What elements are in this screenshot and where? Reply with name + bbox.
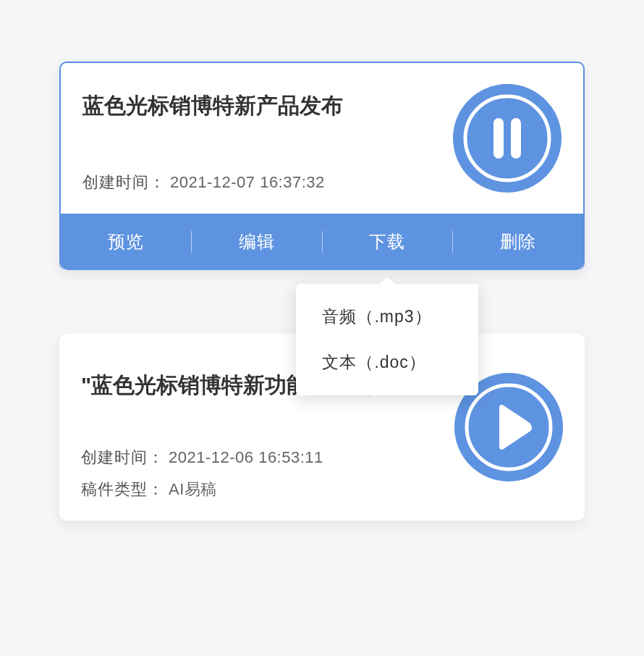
created-time-label: 创建时间： <box>82 172 166 193</box>
download-mp3-option[interactable]: 音频（.mp3） <box>296 294 478 340</box>
action-bar: 预览 编辑 下载 音频（.mp3） 文本（.doc） 删除 <box>61 214 583 270</box>
pause-button[interactable] <box>453 84 562 193</box>
svg-rect-2 <box>511 118 521 159</box>
created-time-label: 创建时间： <box>81 447 164 468</box>
download-button[interactable]: 下载 音频（.mp3） 文本（.doc） <box>323 230 453 253</box>
doc-type-label: 稿件类型： <box>81 479 164 500</box>
svg-point-0 <box>465 96 549 180</box>
created-time-value: 2021-12-06 16:53:11 <box>169 448 323 467</box>
pause-icon <box>453 84 562 193</box>
svg-rect-1 <box>493 118 504 159</box>
card-body: 蓝色光标销博特新产品发布 创建时间： 2021-12-07 16:37:32 <box>61 63 583 214</box>
created-time-value: 2021-12-07 16:37:32 <box>170 173 325 192</box>
card-title: 蓝色光标销博特新产品发布 <box>82 91 444 121</box>
doc-type-line: 稿件类型： AI易稿 <box>81 479 563 500</box>
download-doc-option[interactable]: 文本（.doc） <box>296 340 478 385</box>
delete-button[interactable]: 删除 <box>453 230 583 253</box>
download-button-label: 下载 <box>369 232 405 251</box>
preview-button[interactable]: 预览 <box>61 230 191 253</box>
edit-button[interactable]: 编辑 <box>192 230 322 253</box>
doc-type-value: AI易稿 <box>169 479 217 500</box>
download-dropdown: 音频（.mp3） 文本（.doc） <box>296 284 478 395</box>
audio-card: 蓝色光标销博特新产品发布 创建时间： 2021-12-07 16:37:32 预… <box>59 62 585 270</box>
